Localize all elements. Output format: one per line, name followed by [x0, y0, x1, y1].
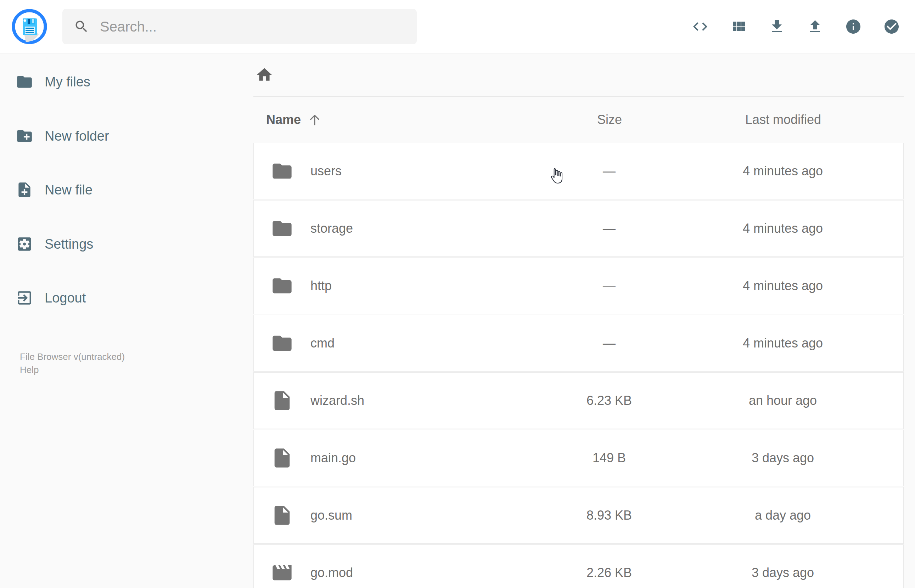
app-version: File Browser v(untracked): [20, 351, 230, 363]
file-modified: 3 days ago: [684, 565, 882, 580]
folder-icon: [271, 275, 293, 297]
file-name: main.go: [310, 451, 535, 465]
column-header-size[interactable]: Size: [535, 112, 684, 127]
sidebar: My files New folder New file Settings Lo…: [0, 53, 230, 376]
folder-icon: [271, 332, 293, 355]
help-link[interactable]: Help: [20, 363, 230, 376]
shell-code-icon[interactable]: [692, 18, 709, 35]
filebrowser-app: { "header": { "search": { "placeholder":…: [0, 0, 915, 588]
sidebar-item-logout[interactable]: Logout: [0, 271, 230, 325]
new-folder-icon: [16, 127, 33, 145]
file-modified: 4 minutes ago: [684, 336, 882, 351]
file-modified: 4 minutes ago: [684, 221, 882, 236]
file-size: 6.23 KB: [535, 393, 684, 408]
logout-icon: [16, 289, 33, 307]
filebrowser-logo-icon[interactable]: [12, 9, 47, 44]
sidebar-item-new-folder[interactable]: New folder: [0, 109, 230, 163]
folder-icon: [16, 73, 33, 90]
download-icon[interactable]: [768, 18, 785, 35]
grid-view-icon[interactable]: [730, 18, 747, 35]
file-modified: 4 minutes ago: [684, 164, 882, 179]
file-name: go.sum: [310, 508, 535, 523]
toolbar-actions: [692, 18, 915, 35]
sidebar-item-label: New file: [45, 183, 92, 198]
file-name: users: [310, 164, 535, 179]
new-file-icon: [16, 181, 33, 199]
rows: users — 4 minutes ago storage — 4 minute…: [253, 143, 904, 588]
select-multiple-icon[interactable]: [883, 18, 900, 35]
column-header-name[interactable]: Name: [266, 112, 535, 127]
file-row-go-mod[interactable]: go.mod 2.26 KB 3 days ago: [253, 544, 904, 588]
sidebar-footer: File Browser v(untracked) Help: [0, 351, 230, 376]
file-icon: [271, 504, 293, 527]
file-modified: an hour ago: [684, 393, 882, 408]
sidebar-item-new-file[interactable]: New file: [0, 163, 230, 217]
file-size: —: [535, 221, 684, 236]
file-size: —: [535, 336, 684, 351]
movie-icon: [271, 561, 293, 584]
search-input[interactable]: [100, 19, 406, 35]
file-icon: [271, 389, 293, 412]
file-row-main-go[interactable]: main.go 149 B 3 days ago: [253, 430, 904, 486]
sort-ascending-icon: [307, 112, 322, 127]
file-row-storage[interactable]: storage — 4 minutes ago: [253, 200, 904, 257]
file-modified: a day ago: [684, 508, 882, 523]
file-row-go-sum[interactable]: go.sum 8.93 KB a day ago: [253, 487, 904, 544]
sidebar-item-label: Settings: [45, 237, 93, 252]
sidebar-item-my-files[interactable]: My files: [0, 55, 230, 109]
file-row-wizard-sh[interactable]: wizard.sh 6.23 KB an hour ago: [253, 372, 904, 429]
file-name: cmd: [310, 336, 535, 351]
file-size: 2.26 KB: [535, 565, 684, 580]
column-header-modified[interactable]: Last modified: [684, 112, 883, 127]
file-row-cmd[interactable]: cmd — 4 minutes ago: [253, 315, 904, 372]
list-header: Name Size Last modified: [253, 97, 904, 143]
top-bar: [0, 0, 915, 53]
file-name: http: [310, 278, 535, 293]
file-name: wizard.sh: [310, 393, 535, 408]
file-size: —: [535, 278, 684, 293]
file-icon: [271, 447, 293, 469]
column-name-label: Name: [266, 112, 301, 127]
upload-icon[interactable]: [807, 18, 824, 35]
file-row-http[interactable]: http — 4 minutes ago: [253, 257, 904, 314]
file-row-users[interactable]: users — 4 minutes ago: [253, 143, 904, 199]
file-name: storage: [310, 221, 535, 236]
file-size: 8.93 KB: [535, 508, 684, 523]
search-icon: [74, 19, 89, 34]
settings-icon: [16, 235, 33, 253]
file-modified: 3 days ago: [684, 451, 882, 465]
search-bar[interactable]: [62, 9, 417, 44]
file-listing: Name Size Last modified users — 4 minute…: [253, 53, 904, 588]
sidebar-item-label: Logout: [45, 291, 86, 306]
folder-icon: [271, 160, 293, 183]
sidebar-item-label: New folder: [45, 129, 109, 144]
file-size: 149 B: [535, 451, 684, 465]
breadcrumb: [253, 53, 904, 97]
sidebar-item-label: My files: [45, 74, 91, 90]
file-name: go.mod: [310, 565, 535, 580]
sidebar-item-settings[interactable]: Settings: [0, 217, 230, 271]
file-modified: 4 minutes ago: [684, 278, 882, 293]
home-icon[interactable]: [255, 66, 273, 84]
info-icon[interactable]: [845, 18, 862, 35]
file-size: —: [535, 164, 684, 179]
folder-icon: [271, 217, 293, 240]
